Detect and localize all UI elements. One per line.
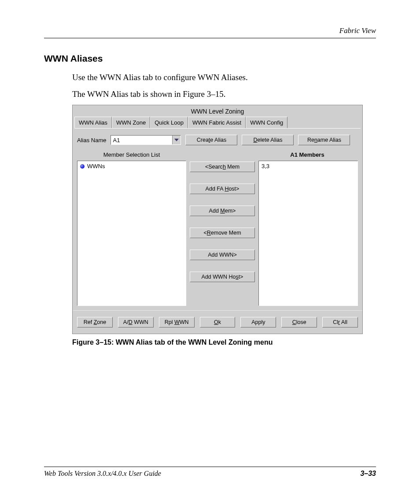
chevron-down-icon: [174, 139, 179, 141]
alias-name-label: Alias Name: [77, 137, 106, 143]
tab-wwn-config[interactable]: WWN Config: [246, 117, 287, 128]
create-alias-button[interactable]: Create Alias: [185, 135, 237, 145]
tab-quick-loop[interactable]: Quick Loop: [150, 117, 188, 128]
rename-alias-button[interactable]: Rename Alias: [298, 135, 350, 145]
section-heading: WWN Aliases: [44, 53, 376, 64]
footer-title: Web Tools Version 3.0.x/4.0.x User Guide: [44, 470, 161, 478]
node-icon: [80, 164, 85, 169]
alias-row: Alias Name A1 Create Alias Delete Alias …: [73, 129, 362, 150]
list-headers: Member Selection List A1 Members: [73, 150, 362, 161]
clr-all-button[interactable]: Clr All: [322, 317, 358, 327]
center-button-column: <Search Mem Add FA Host> Add Mem> <Remov…: [190, 161, 255, 306]
figure-screenshot: WWN Level Zoning WWN Alias WWN Zone Quic…: [72, 105, 363, 334]
rpl-wwn-button[interactable]: Rpl WWN: [159, 317, 195, 327]
tab-bar: WWN Alias WWN Zone Quick Loop WWN Fabric…: [73, 117, 362, 128]
footer-page-number: 3–33: [360, 470, 376, 478]
add-fa-host-button[interactable]: Add FA Host>: [190, 184, 255, 194]
figure-caption: Figure 3–15: WWN Alias tab of the WWN Le…: [72, 338, 376, 346]
running-header: Fabric View: [44, 26, 376, 38]
add-wwn-button[interactable]: Add WWN>: [190, 250, 255, 260]
bottom-button-row: Ref Zone A/D WWN Rpl WWN Ok Apply Close …: [73, 310, 362, 334]
add-mem-button[interactable]: Add Mem>: [190, 206, 255, 216]
svg-marker-0: [174, 139, 179, 141]
dialog-title: WWN Level Zoning: [73, 105, 362, 117]
body-paragraph-2: The WWN Alias tab is shown in Figure 3–1…: [72, 88, 376, 100]
ok-button[interactable]: Ok: [200, 317, 236, 327]
member-selection-list[interactable]: WWNs: [77, 161, 186, 306]
add-wwn-host-button[interactable]: Add WWN Host>: [190, 272, 255, 282]
alias-name-value[interactable]: A1: [111, 136, 172, 144]
ad-wwn-button[interactable]: A/D WWN: [118, 317, 154, 327]
ref-zone-button[interactable]: Ref Zone: [77, 317, 113, 327]
tree-item-label: WWNs: [87, 163, 105, 169]
zoning-dialog: WWN Level Zoning WWN Alias WWN Zone Quic…: [72, 105, 363, 334]
page-footer: Web Tools Version 3.0.x/4.0.x User Guide…: [44, 467, 376, 478]
close-button[interactable]: Close: [281, 317, 317, 327]
tree-item-wwns[interactable]: WWNs: [80, 163, 183, 169]
tab-wwn-fabric-assist[interactable]: WWN Fabric Assist: [188, 117, 246, 128]
list-item[interactable]: 3,3: [262, 163, 355, 169]
search-mem-button[interactable]: <Search Mem: [190, 162, 255, 172]
alias-name-combo[interactable]: A1: [111, 135, 181, 145]
members-list[interactable]: 3,3: [258, 161, 358, 306]
alias-name-dropdown-button[interactable]: [172, 136, 181, 144]
member-selection-header: Member Selection List: [77, 151, 186, 158]
body-paragraph-1: Use the WWN Alias tab to configure WWN A…: [72, 72, 376, 83]
tab-wwn-zone[interactable]: WWN Zone: [112, 117, 150, 128]
tab-wwn-alias[interactable]: WWN Alias: [74, 117, 112, 128]
delete-alias-button[interactable]: Delete Alias: [242, 135, 294, 145]
lists-row: WWNs <Search Mem Add FA Host> Add Mem> <…: [73, 161, 362, 310]
remove-mem-button[interactable]: <Remove Mem: [190, 228, 255, 238]
members-header: A1 Members: [257, 151, 358, 158]
apply-button[interactable]: Apply: [240, 317, 276, 327]
